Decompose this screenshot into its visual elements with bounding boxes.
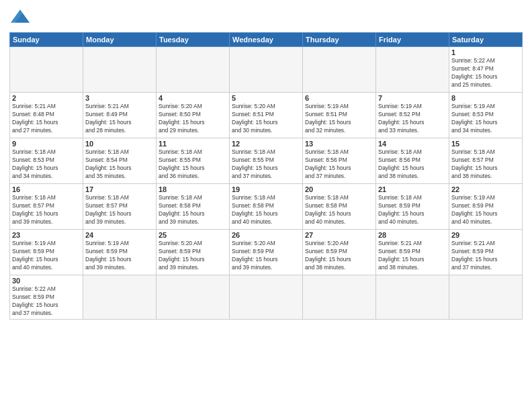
day-info: Sunrise: 5:21 AM Sunset: 8:59 PM Dayligh… (451, 240, 520, 272)
calendar-cell (157, 275, 230, 320)
week-row-4: 23Sunrise: 5:19 AM Sunset: 8:59 PM Dayli… (10, 230, 523, 275)
day-info: Sunrise: 5:22 AM Sunset: 8:59 PM Dayligh… (12, 285, 81, 318)
calendar-cell: 16Sunrise: 5:18 AM Sunset: 8:57 PM Dayli… (10, 184, 83, 230)
week-row-5: 30Sunrise: 5:22 AM Sunset: 8:59 PM Dayli… (10, 275, 523, 320)
day-info: Sunrise: 5:21 AM Sunset: 8:59 PM Dayligh… (378, 240, 447, 272)
calendar-cell: 12Sunrise: 5:18 AM Sunset: 8:55 PM Dayli… (230, 138, 303, 184)
calendar-cell (83, 47, 157, 93)
day-info: Sunrise: 5:19 AM Sunset: 8:59 PM Dayligh… (12, 240, 81, 272)
calendar-cell (83, 275, 157, 320)
calendar-cell: 4Sunrise: 5:20 AM Sunset: 8:50 PM Daylig… (157, 93, 230, 138)
calendar-cell: 1Sunrise: 5:22 AM Sunset: 8:47 PM Daylig… (449, 47, 523, 93)
day-info: Sunrise: 5:18 AM Sunset: 8:58 PM Dayligh… (159, 194, 227, 226)
day-number: 16 (12, 185, 81, 193)
calendar-cell: 11Sunrise: 5:18 AM Sunset: 8:55 PM Dayli… (157, 138, 230, 184)
day-number: 19 (232, 185, 300, 193)
day-info: Sunrise: 5:18 AM Sunset: 8:53 PM Dayligh… (12, 148, 81, 181)
calendar-cell: 10Sunrise: 5:18 AM Sunset: 8:54 PM Dayli… (83, 138, 157, 184)
day-info: Sunrise: 5:18 AM Sunset: 8:57 PM Dayligh… (85, 194, 154, 226)
day-number: 2 (12, 94, 81, 102)
day-info: Sunrise: 5:19 AM Sunset: 8:59 PM Dayligh… (451, 194, 520, 226)
day-number: 6 (305, 94, 373, 102)
calendar-cell: 17Sunrise: 5:18 AM Sunset: 8:57 PM Dayli… (83, 184, 157, 230)
day-number: 4 (159, 94, 227, 102)
day-number: 1 (451, 48, 520, 56)
day-number: 22 (451, 185, 520, 193)
week-row-3: 16Sunrise: 5:18 AM Sunset: 8:57 PM Dayli… (10, 184, 523, 230)
day-number: 9 (12, 140, 81, 148)
day-info: Sunrise: 5:20 AM Sunset: 8:59 PM Dayligh… (159, 240, 227, 272)
day-number: 12 (232, 140, 300, 148)
day-info: Sunrise: 5:18 AM Sunset: 8:54 PM Dayligh… (85, 148, 154, 181)
calendar: SundayMondayTuesdayWednesdayThursdayFrid… (9, 32, 523, 320)
calendar-cell: 2Sunrise: 5:21 AM Sunset: 8:48 PM Daylig… (10, 93, 83, 138)
calendar-cell: 19Sunrise: 5:18 AM Sunset: 8:58 PM Dayli… (230, 184, 303, 230)
calendar-cell: 13Sunrise: 5:18 AM Sunset: 8:56 PM Dayli… (303, 138, 376, 184)
day-info: Sunrise: 5:19 AM Sunset: 8:52 PM Dayligh… (378, 103, 447, 135)
calendar-cell: 6Sunrise: 5:19 AM Sunset: 8:51 PM Daylig… (303, 93, 376, 138)
logo (9, 7, 30, 28)
weekday-header-tuesday: Tuesday (157, 33, 230, 47)
day-info: Sunrise: 5:20 AM Sunset: 8:59 PM Dayligh… (232, 240, 300, 272)
calendar-cell: 26Sunrise: 5:20 AM Sunset: 8:59 PM Dayli… (230, 230, 303, 275)
day-number: 5 (232, 94, 300, 102)
calendar-cell: 30Sunrise: 5:22 AM Sunset: 8:59 PM Dayli… (10, 275, 83, 320)
calendar-cell (157, 47, 230, 93)
calendar-cell: 18Sunrise: 5:18 AM Sunset: 8:58 PM Dayli… (157, 184, 230, 230)
day-info: Sunrise: 5:20 AM Sunset: 8:51 PM Dayligh… (232, 103, 300, 135)
day-info: Sunrise: 5:19 AM Sunset: 8:53 PM Dayligh… (451, 103, 520, 135)
calendar-cell: 21Sunrise: 5:18 AM Sunset: 8:59 PM Dayli… (376, 184, 449, 230)
calendar-cell: 14Sunrise: 5:18 AM Sunset: 8:56 PM Dayli… (376, 138, 449, 184)
day-info: Sunrise: 5:18 AM Sunset: 8:58 PM Dayligh… (232, 194, 300, 226)
day-info: Sunrise: 5:19 AM Sunset: 8:51 PM Dayligh… (305, 103, 373, 135)
day-number: 26 (232, 231, 300, 239)
day-info: Sunrise: 5:19 AM Sunset: 8:59 PM Dayligh… (85, 240, 154, 272)
calendar-cell (10, 47, 83, 93)
day-number: 17 (85, 185, 154, 193)
day-number: 10 (85, 140, 154, 148)
header (9, 7, 523, 28)
calendar-cell: 7Sunrise: 5:19 AM Sunset: 8:52 PM Daylig… (376, 93, 449, 138)
weekday-header-saturday: Saturday (449, 33, 523, 47)
day-info: Sunrise: 5:20 AM Sunset: 8:50 PM Dayligh… (159, 103, 227, 135)
calendar-cell: 25Sunrise: 5:20 AM Sunset: 8:59 PM Dayli… (157, 230, 230, 275)
calendar-cell: 15Sunrise: 5:18 AM Sunset: 8:57 PM Dayli… (449, 138, 523, 184)
day-number: 8 (451, 94, 520, 102)
calendar-cell: 3Sunrise: 5:21 AM Sunset: 8:49 PM Daylig… (83, 93, 157, 138)
calendar-cell: 24Sunrise: 5:19 AM Sunset: 8:59 PM Dayli… (83, 230, 157, 275)
weekday-header-row: SundayMondayTuesdayWednesdayThursdayFrid… (10, 33, 523, 47)
day-number: 13 (305, 140, 373, 148)
logo-icon (11, 7, 30, 26)
day-number: 3 (85, 94, 154, 102)
week-row-1: 2Sunrise: 5:21 AM Sunset: 8:48 PM Daylig… (10, 93, 523, 138)
day-number: 11 (159, 140, 227, 148)
weekday-header-friday: Friday (376, 33, 449, 47)
day-info: Sunrise: 5:18 AM Sunset: 8:59 PM Dayligh… (378, 194, 447, 226)
day-number: 27 (305, 231, 373, 239)
page: SundayMondayTuesdayWednesdayThursdayFrid… (0, 0, 532, 411)
day-info: Sunrise: 5:18 AM Sunset: 8:56 PM Dayligh… (378, 148, 447, 181)
week-row-0: 1Sunrise: 5:22 AM Sunset: 8:47 PM Daylig… (10, 47, 523, 93)
calendar-cell (230, 275, 303, 320)
calendar-cell: 29Sunrise: 5:21 AM Sunset: 8:59 PM Dayli… (449, 230, 523, 275)
calendar-cell (303, 47, 376, 93)
weekday-header-wednesday: Wednesday (230, 33, 303, 47)
calendar-cell (230, 47, 303, 93)
calendar-cell: 22Sunrise: 5:19 AM Sunset: 8:59 PM Dayli… (449, 184, 523, 230)
calendar-cell: 8Sunrise: 5:19 AM Sunset: 8:53 PM Daylig… (449, 93, 523, 138)
day-number: 30 (12, 277, 81, 285)
calendar-cell (376, 275, 449, 320)
day-number: 23 (12, 231, 81, 239)
day-number: 21 (378, 185, 447, 193)
day-info: Sunrise: 5:18 AM Sunset: 8:55 PM Dayligh… (232, 148, 300, 181)
day-info: Sunrise: 5:22 AM Sunset: 8:47 PM Dayligh… (451, 57, 520, 89)
day-number: 25 (159, 231, 227, 239)
weekday-header-sunday: Sunday (10, 33, 83, 47)
day-info: Sunrise: 5:18 AM Sunset: 8:56 PM Dayligh… (305, 148, 373, 181)
calendar-cell: 27Sunrise: 5:20 AM Sunset: 8:59 PM Dayli… (303, 230, 376, 275)
day-info: Sunrise: 5:21 AM Sunset: 8:49 PM Dayligh… (85, 103, 154, 135)
weekday-header-thursday: Thursday (303, 33, 376, 47)
day-number: 15 (451, 140, 520, 148)
week-row-2: 9Sunrise: 5:18 AM Sunset: 8:53 PM Daylig… (10, 138, 523, 184)
day-info: Sunrise: 5:18 AM Sunset: 8:57 PM Dayligh… (12, 194, 81, 226)
